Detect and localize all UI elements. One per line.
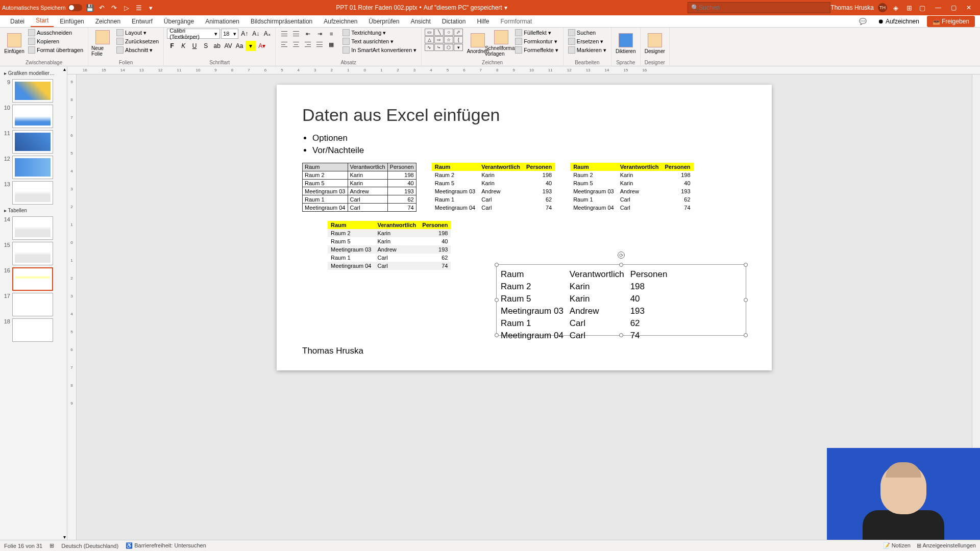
- smartart-button[interactable]: In SmartArt konvertieren▾: [341, 46, 418, 54]
- einfugen-button[interactable]: Einfügen: [3, 29, 26, 58]
- formeffekte-button[interactable]: Formeffekte▾: [513, 46, 560, 54]
- tab-bildschirm[interactable]: Bildschirmpräsentation: [246, 16, 317, 27]
- search-box[interactable]: 🔍: [688, 2, 830, 13]
- designer-button[interactable]: Designer: [644, 29, 666, 58]
- numbering-button[interactable]: [290, 29, 302, 39]
- case-button[interactable]: Aa: [234, 41, 244, 51]
- shape-rect[interactable]: ▭: [425, 29, 434, 36]
- copy-icon: [28, 38, 35, 45]
- shape-oval[interactable]: ○: [444, 29, 453, 36]
- tab-animationen[interactable]: Animationen: [200, 16, 244, 27]
- diktieren-button[interactable]: Diktieren: [615, 29, 637, 58]
- user-avatar[interactable]: TH: [878, 3, 887, 12]
- shape-brace[interactable]: {: [454, 36, 463, 43]
- tab-ansicht[interactable]: Ansicht: [405, 16, 435, 27]
- fulleffekt-button[interactable]: Fülleffekt▾: [513, 29, 560, 37]
- arrange-icon: [471, 33, 485, 47]
- aufzeichnen-button[interactable]: ⏺ Aufzeichnen: [874, 16, 923, 27]
- new-slide-icon: [95, 30, 110, 44]
- tab-ubergange[interactable]: Übergänge: [159, 16, 199, 27]
- spacing-button[interactable]: AV: [223, 41, 233, 51]
- group-label: Zwischenablage: [3, 59, 85, 66]
- ersetzen-button[interactable]: Ersetzen▾: [567, 37, 608, 45]
- tab-formformat[interactable]: Formformat: [495, 16, 537, 27]
- reset-icon: [116, 38, 124, 45]
- line-spacing-button[interactable]: ≡: [326, 29, 337, 39]
- tab-entwurf[interactable]: Entwurf: [127, 16, 158, 27]
- shape-arrow[interactable]: ⬀: [454, 29, 463, 36]
- format-ubertragen-button[interactable]: Format übertragen: [27, 46, 85, 54]
- decrease-font-button[interactable]: A↓: [251, 29, 261, 39]
- tab-start[interactable]: Start: [31, 15, 54, 27]
- shape-poly[interactable]: ⬡: [444, 44, 453, 51]
- pkg-icon[interactable]: ⊞: [904, 3, 914, 12]
- textrichtung-button[interactable]: Textrichtung▾: [341, 29, 418, 37]
- chevron-down-icon: ▾: [214, 31, 217, 37]
- from-start-icon[interactable]: ▷: [122, 3, 131, 12]
- increase-font-button[interactable]: A↑: [239, 29, 250, 39]
- clear-formatting-button[interactable]: Aₓ: [262, 29, 272, 39]
- bold-button[interactable]: F: [167, 41, 177, 51]
- neue-folie-button[interactable]: Neue Folie: [91, 29, 114, 58]
- font-name-select[interactable]: Calibri (Textkörper)▾: [167, 29, 220, 39]
- chevron-down-icon: ▾: [233, 31, 236, 37]
- kopieren-button[interactable]: Kopieren: [27, 37, 85, 45]
- search-input[interactable]: [699, 4, 827, 11]
- shadow-button[interactable]: S: [201, 41, 211, 51]
- close-button[interactable]: ✕: [962, 2, 976, 13]
- window-icon[interactable]: ▢: [918, 3, 927, 12]
- maximize-button[interactable]: ▢: [946, 2, 961, 13]
- zurucksetzen-button[interactable]: Zurücksetzen: [115, 37, 160, 45]
- columns-button[interactable]: ▦: [326, 39, 337, 49]
- comments-button[interactable]: 💬: [855, 16, 870, 27]
- layout-button[interactable]: Layout▾: [115, 29, 160, 37]
- minimize-button[interactable]: —: [931, 2, 945, 13]
- font-size-select[interactable]: 18▾: [221, 29, 238, 39]
- tab-zeichnen[interactable]: Zeichnen: [90, 16, 126, 27]
- text-ausrichten-button[interactable]: Text ausrichten▾: [341, 37, 418, 45]
- shapes-gallery[interactable]: ▭ ╲ ○ ⬀ △ ⇨ ☆ { ∿ ⤷ ⬡ ▾: [425, 29, 465, 51]
- customize-qat-icon[interactable]: ▾: [146, 3, 156, 12]
- highlight-button[interactable]: ▾: [246, 41, 256, 51]
- align-center-button[interactable]: [290, 39, 302, 49]
- markieren-button[interactable]: Markieren▾: [567, 46, 608, 54]
- freigeben-button[interactable]: 📤 Freigeben: [927, 16, 975, 27]
- tab-einfugen[interactable]: Einfügen: [55, 16, 89, 27]
- decrease-indent-button[interactable]: ⇤: [302, 29, 313, 39]
- ausschneiden-button[interactable]: Ausschneiden: [27, 29, 85, 37]
- suchen-button[interactable]: Suchen: [567, 29, 608, 37]
- align-right-button[interactable]: [302, 39, 313, 49]
- align-left-button[interactable]: [279, 39, 290, 49]
- shape-more[interactable]: ▾: [454, 44, 463, 51]
- formkontur-button[interactable]: Formkontur▾: [513, 37, 560, 45]
- shape-star[interactable]: ☆: [444, 36, 453, 43]
- abschnitt-button[interactable]: Abschnitt▾: [115, 46, 160, 54]
- shape-conn[interactable]: ⤷: [434, 44, 444, 51]
- tab-datei[interactable]: Datei: [5, 16, 30, 27]
- strikethrough-button[interactable]: ab: [212, 41, 222, 51]
- undo-icon[interactable]: ↶: [97, 3, 107, 12]
- chevron-down-icon[interactable]: ▾: [504, 4, 507, 11]
- increase-indent-button[interactable]: ⇥: [314, 29, 325, 39]
- font-color-button[interactable]: A▾: [257, 41, 267, 51]
- shape-line[interactable]: ╲: [434, 29, 444, 36]
- tab-hilfe[interactable]: Hilfe: [472, 16, 494, 27]
- autosave-toggle[interactable]: Automatisches Speichern: [2, 4, 82, 11]
- justify-button[interactable]: [314, 39, 325, 49]
- schnellformat-button[interactable]: Schnellformat-vorlagen: [490, 29, 512, 58]
- underline-button[interactable]: U: [189, 41, 200, 51]
- save-icon[interactable]: 💾: [85, 3, 94, 12]
- bullets-button[interactable]: [279, 29, 290, 39]
- tab-uberprufen[interactable]: Überprüfen: [363, 16, 404, 27]
- italic-button[interactable]: K: [178, 41, 188, 51]
- ribbon-tabs: Datei Start Einfügen Zeichnen Entwurf Üb…: [0, 15, 980, 28]
- shape-arrow2[interactable]: ⇨: [434, 36, 444, 43]
- shape-curve[interactable]: ∿: [425, 44, 434, 51]
- tab-aufzeichnen[interactable]: Aufzeichnen: [318, 16, 362, 27]
- tab-dictation[interactable]: Dictation: [437, 16, 471, 27]
- diamond-icon[interactable]: ◈: [891, 3, 900, 12]
- shape-tri[interactable]: △: [425, 36, 434, 43]
- toggle-switch[interactable]: [68, 4, 82, 11]
- redo-icon[interactable]: ↷: [110, 3, 119, 12]
- touch-icon[interactable]: ☰: [134, 3, 143, 12]
